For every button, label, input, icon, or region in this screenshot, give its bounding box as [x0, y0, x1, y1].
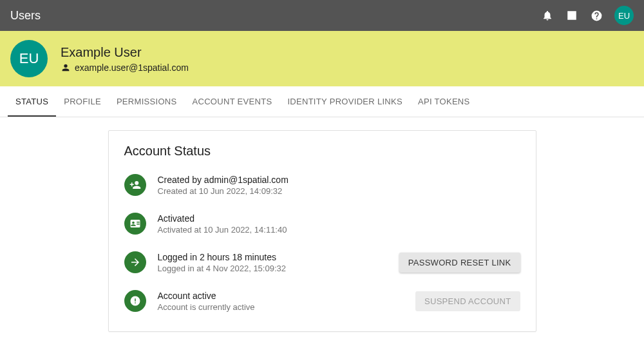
content: Account Status Created by admin@1spatial… [0, 117, 644, 332]
bell-icon[interactable] [541, 9, 554, 22]
user-email-row: example.user@1spatial.com [61, 63, 189, 73]
password-reset-button[interactable]: PASSWORD RESET LINK [399, 253, 520, 273]
status-secondary: Created at 10 Jun 2022, 14:09:32 [158, 186, 520, 196]
alert-icon [124, 290, 146, 312]
id-card-icon [124, 213, 146, 235]
page-title: Users [10, 9, 541, 23]
person-add-icon [124, 174, 146, 196]
status-row-created: Created by admin@1spatial.com Created at… [124, 174, 520, 196]
status-text: Created by admin@1spatial.com Created at… [158, 175, 520, 196]
status-secondary: Logged in at 4 Nov 2022, 15:09:32 [158, 264, 392, 273]
account-status-card: Account Status Created by admin@1spatial… [108, 130, 536, 332]
tabs: STATUS PROFILE PERMISSIONS ACCOUNT EVENT… [0, 86, 644, 117]
user-name: Example User [61, 45, 189, 60]
status-row-loggedin: Logged in 2 hours 18 minutes Logged in a… [124, 251, 520, 273]
tab-identity-provider-links[interactable]: IDENTITY PROVIDER LINKS [279, 86, 410, 117]
status-text: Account active Account is currently acti… [158, 291, 408, 312]
status-primary: Account active [158, 291, 408, 301]
topbar-actions: EU [541, 6, 634, 25]
status-row-activated: Activated Activated at 10 Jun 2022, 14:1… [124, 213, 520, 235]
user-email: example.user@1spatial.com [75, 63, 189, 73]
suspend-account-button[interactable]: SUSPEND ACCOUNT [415, 291, 520, 311]
status-action: PASSWORD RESET LINK [399, 253, 520, 273]
arrow-right-icon [124, 251, 146, 273]
tab-profile[interactable]: PROFILE [56, 86, 109, 117]
topbar: Users EU [0, 0, 644, 31]
status-action: SUSPEND ACCOUNT [415, 291, 520, 311]
chart-icon[interactable] [565, 9, 578, 22]
user-info: Example User example.user@1spatial.com [61, 45, 189, 73]
status-text: Logged in 2 hours 18 minutes Logged in a… [158, 252, 392, 273]
tab-permissions[interactable]: PERMISSIONS [109, 86, 185, 117]
status-row-active: Account active Account is currently acti… [124, 290, 520, 312]
card-heading: Account Status [124, 144, 520, 159]
tab-account-events[interactable]: ACCOUNT EVENTS [185, 86, 280, 117]
tab-api-tokens[interactable]: API TOKENS [410, 86, 478, 117]
user-avatar-large: EU [10, 40, 48, 77]
help-icon[interactable] [590, 9, 603, 22]
user-header: EU Example User example.user@1spatial.co… [0, 31, 644, 86]
tab-status[interactable]: STATUS [8, 86, 56, 117]
status-primary: Activated [158, 213, 520, 224]
status-primary: Created by admin@1spatial.com [158, 175, 520, 185]
status-text: Activated Activated at 10 Jun 2022, 14:1… [158, 213, 520, 235]
user-avatar-menu[interactable]: EU [614, 6, 634, 25]
status-secondary: Activated at 10 Jun 2022, 14:11:40 [158, 225, 520, 235]
status-primary: Logged in 2 hours 18 minutes [158, 252, 392, 262]
person-icon [61, 63, 71, 73]
status-secondary: Account is currently active [158, 302, 408, 312]
